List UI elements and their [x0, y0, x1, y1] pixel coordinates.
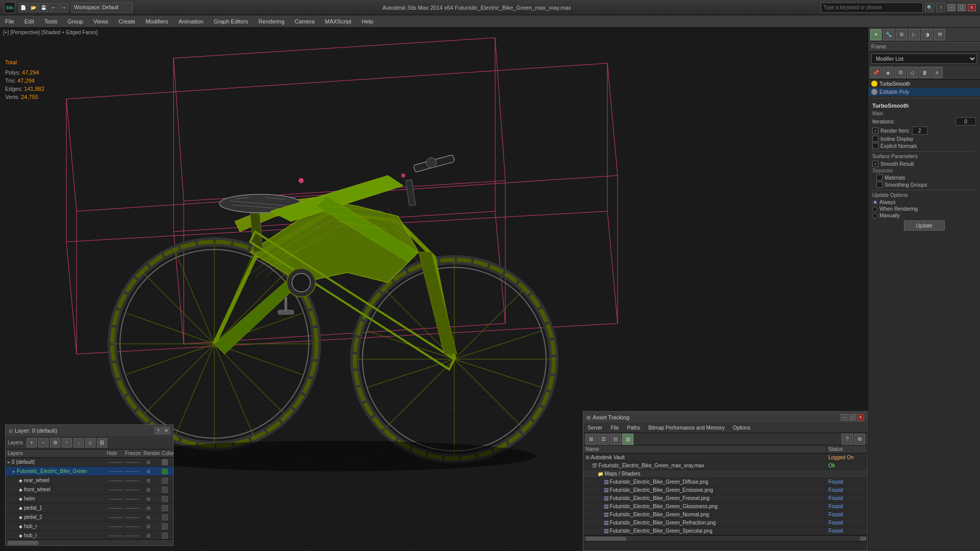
configure-icon[interactable]: ≡ [932, 67, 943, 78]
render-iters-checkbox[interactable]: ✓ [872, 128, 878, 134]
layers-close-icon[interactable]: ✕ [163, 427, 170, 434]
when-rendering-radio[interactable] [872, 207, 877, 212]
table-row[interactable]: 🖼 Futuristic_Electric_Bike_Green_Refract… [583, 519, 867, 527]
asset-menu-file[interactable]: File [606, 423, 623, 433]
table-row[interactable]: ⊞ Autodesk Vault Logged On [583, 454, 867, 462]
modifier-editable-poly[interactable]: Editable Poly [868, 88, 980, 96]
layers-new-btn[interactable]: + [27, 438, 37, 447]
asset-minimize-icon[interactable]: − [841, 414, 848, 421]
hierarchy-icon[interactable]: ⚙ [896, 29, 907, 40]
delete-mod-icon[interactable]: 🗑 [919, 67, 930, 78]
pin-stack-icon[interactable]: 📌 [870, 67, 881, 78]
menu-help[interactable]: Help [356, 15, 378, 27]
list-item[interactable]: ◆ hub_l ——— ——— ⊞ [6, 531, 173, 539]
layers-settings-btn[interactable]: ⚙ [50, 438, 60, 447]
explicit-normals-checkbox[interactable] [872, 143, 878, 149]
asset-toolbar-settings[interactable]: ⚙ [854, 434, 865, 445]
asset-tracking-titlebar[interactable]: ⊞ Asset Tracking − □ ✕ [583, 412, 867, 423]
menu-file[interactable]: File [0, 15, 19, 27]
isoline-checkbox[interactable] [872, 136, 878, 142]
materials-checkbox[interactable] [876, 174, 883, 181]
layers-titlebar[interactable]: ⊞ Layer: 0 (default) ? ✕ [6, 425, 173, 436]
open-btn[interactable]: 📂 [29, 3, 38, 12]
asset-close-icon[interactable]: ✕ [857, 414, 864, 421]
new-btn[interactable]: 📄 [18, 3, 28, 12]
list-item[interactable]: ◆ front_wheel ——— ——— ⊞ [6, 485, 173, 494]
asset-toolbar-help[interactable]: ? [842, 434, 853, 445]
table-row[interactable]: 🖼 Futuristic_Electric_Bike_Green_Fresnel… [583, 494, 867, 503]
redo-btn[interactable]: ↪ [59, 3, 68, 12]
layers-label: Layers [8, 440, 23, 445]
table-row[interactable]: 🖼 Futuristic_Electric_Bike_Green_Normal.… [583, 511, 867, 519]
layers-scrollbar-h[interactable] [6, 539, 173, 545]
list-item[interactable]: ◆ helm ——— ——— ⊞ [6, 494, 173, 504]
asset-restore-icon[interactable]: □ [849, 414, 856, 421]
layers-help-icon[interactable]: ? [155, 427, 162, 434]
menu-rendering[interactable]: Rendering [254, 15, 290, 27]
list-item[interactable]: ◆ pedal_1 ——— ——— ⊞ [6, 504, 173, 513]
undo-btn[interactable]: ↩ [49, 3, 58, 12]
menu-views[interactable]: Views [88, 15, 113, 27]
create-icon[interactable]: ✦ [870, 29, 881, 40]
table-row[interactable]: 🖼 Futuristic_Electric_Bike_Green_Glossin… [583, 503, 867, 511]
smoothing-groups-checkbox[interactable] [876, 182, 883, 188]
save-btn[interactable]: 💾 [39, 3, 48, 12]
iterations-input[interactable] [955, 117, 976, 126]
smooth-result-checkbox[interactable]: ✓ [872, 161, 878, 167]
update-button[interactable]: Update [904, 220, 945, 231]
layers-link-btn[interactable]: ⛓ [97, 438, 107, 447]
modify-icon[interactable]: 🔧 [883, 29, 894, 40]
asset-menu-server[interactable]: Server [583, 423, 606, 433]
asset-scrollbar-h[interactable] [583, 535, 867, 541]
stack-active-icon[interactable]: ◈ [883, 67, 894, 78]
layers-del-btn[interactable]: − [38, 438, 48, 447]
render-iters-input[interactable] [912, 127, 927, 135]
menu-create[interactable]: Create [113, 15, 140, 27]
help-icon[interactable]: ? [936, 3, 945, 12]
menu-camera[interactable]: Camera [289, 15, 320, 27]
utilities-icon[interactable]: ⚒ [934, 29, 945, 40]
asset-toolbar-details[interactable]: ▤ [622, 434, 633, 445]
table-row[interactable]: 🎬 Futuristic_Electric_Bike_Green_max_vra… [583, 462, 867, 470]
close-button[interactable]: ✕ [968, 4, 976, 11]
list-item[interactable]: ◆ rear_wheel ——— ——— ⊞ [6, 476, 173, 485]
always-radio[interactable] [872, 200, 877, 205]
table-row[interactable]: 🖼 Futuristic_Electric_Bike_Green_Emissiv… [583, 486, 867, 494]
workspace-selector[interactable]: Workspace: Default [71, 3, 133, 13]
minimize-button[interactable]: − [947, 4, 955, 11]
menu-graph-editors[interactable]: Graph Editors [209, 15, 254, 27]
restore-button[interactable]: □ [958, 4, 966, 11]
manually-radio[interactable] [872, 213, 877, 218]
motion-icon[interactable]: ▷ [909, 29, 920, 40]
menu-animation[interactable]: Animation [174, 15, 209, 27]
copy-paste-icon[interactable]: ⧉ [895, 67, 906, 78]
list-item[interactable]: ◆ hub_r ——— ——— ⊞ [6, 522, 173, 531]
asset-toolbar-grid[interactable]: ⊟ [610, 434, 621, 445]
layers-select-btn[interactable]: ◇ [85, 438, 95, 447]
menu-modifiers[interactable]: Modifiers [140, 15, 174, 27]
menu-maxscript[interactable]: MAXScript [320, 15, 356, 27]
list-item[interactable]: ▸ 0 (default) ——— ——— ⊞ [6, 458, 173, 467]
layers-move-down-btn[interactable]: ↓ [74, 438, 84, 447]
asset-menu-options[interactable]: Options [729, 423, 754, 433]
search-icon[interactable]: 🔍 [925, 3, 934, 12]
table-row[interactable]: 📁 Maps / Shaders [583, 470, 867, 478]
menu-edit[interactable]: Edit [19, 15, 39, 27]
modifier-dropdown[interactable]: Modifier List [871, 54, 977, 64]
table-row[interactable]: 🖼 Futuristic_Electric_Bike_Green_Specula… [583, 527, 867, 535]
menu-group[interactable]: Group [62, 15, 88, 27]
asset-toolbar-list[interactable]: ☰ [598, 434, 609, 445]
menu-tools[interactable]: Tools [39, 15, 63, 27]
asset-menu-paths[interactable]: Paths [623, 423, 645, 433]
when-rendering-label: When Rendering [879, 206, 918, 212]
asset-menu-bitmap[interactable]: Bitmap Performance and Memory [644, 423, 729, 433]
modifier-turbosmooth[interactable]: TurboSmooth [868, 80, 980, 88]
list-item[interactable]: ▸ Futuristic_Electric_Bike_Green ——— ———… [6, 467, 173, 476]
asset-toolbar-vault[interactable]: ⊞ [585, 434, 597, 445]
search-input[interactable] [821, 3, 923, 13]
make-unique-icon[interactable]: ◇ [907, 67, 918, 78]
table-row[interactable]: 🖼 Futuristic_Electric_Bike_Green_Diffuse… [583, 478, 867, 486]
display-icon[interactable]: ◑ [921, 29, 933, 40]
layers-move-up-btn[interactable]: ↑ [62, 438, 72, 447]
list-item[interactable]: ◆ pedal_2 ——— ——— ⊞ [6, 513, 173, 522]
